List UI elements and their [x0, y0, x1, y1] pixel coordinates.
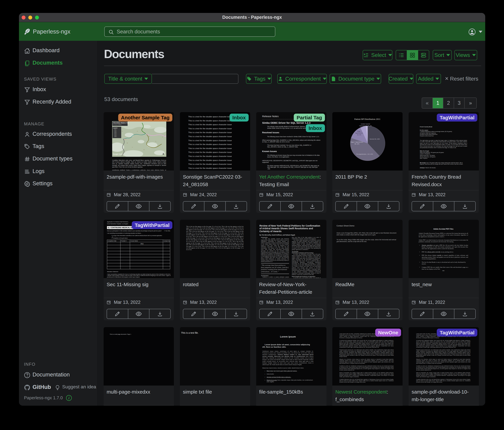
svg-text:44, 9%: 44, 9%: [357, 134, 361, 136]
svg-text:Isolated Systolic: Isolated Systolic: [361, 123, 370, 125]
svg-text:Stage 2: Stage 2: [357, 131, 361, 132]
svg-text:Day3: Day3: [114, 132, 117, 133]
svg-text:Google Earth: Google Earth: [113, 153, 123, 155]
svg-text:Legend: Legend: [113, 127, 117, 129]
svg-text:Hypertension,: Hypertension,: [355, 132, 363, 134]
svg-text:Day5: Day5: [114, 135, 117, 136]
svg-text:65, 13%: 65, 13%: [355, 143, 360, 145]
svg-text:Boundary Waters Trip: Boundary Waters Trip: [113, 122, 129, 124]
svg-text:Patient BP Distribution 2011: Patient BP Distribution 2011: [354, 118, 380, 120]
svg-text:Day2: Day2: [114, 131, 117, 131]
svg-text:Day1: Day1: [114, 129, 117, 130]
svg-text:Day6: Day6: [114, 136, 117, 137]
svg-text:Hypertension, 31, 6%: Hypertension, 31, 6%: [359, 125, 372, 127]
svg-text:Course Name: Course Name: [131, 240, 138, 242]
svg-text:Pre-hypertension., 212, 42%: Pre-hypertension., 212, 42%: [356, 153, 373, 155]
svg-text:Completion Date: Completion Date: [108, 240, 116, 242]
svg-text:Six days in BWCA: Six days in BWCA: [113, 124, 122, 125]
svg-text:Provider #: Provider #: [121, 240, 126, 242]
svg-text:Text: Text: [140, 139, 142, 141]
svg-text:Stage 1 Hypertension,: Stage 1 Hypertension,: [351, 141, 363, 143]
svg-text:N\A: N\A: [140, 243, 143, 245]
svg-text:Normal 151, 38%: Normal 151, 38%: [370, 138, 380, 140]
svg-text:Contact Hours: Contact Hours: [164, 240, 170, 242]
svg-text:Day4: Day4: [114, 133, 117, 134]
